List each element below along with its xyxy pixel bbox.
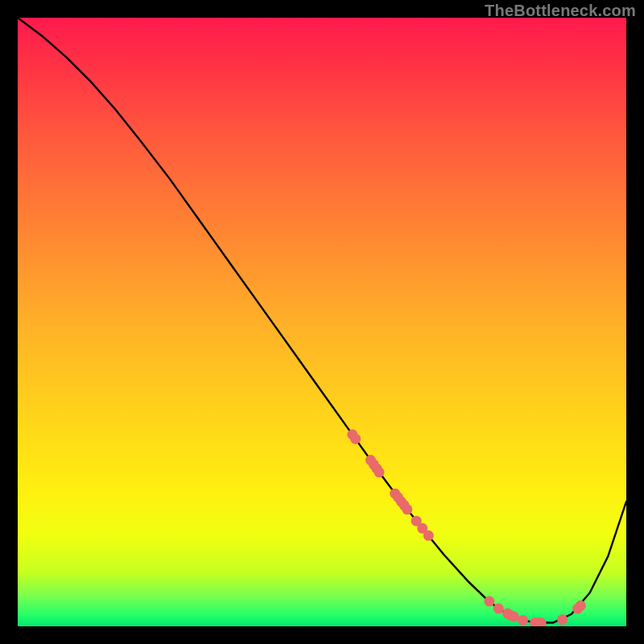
chart-background-gradient	[18, 18, 626, 626]
watermark-text: TheBottleneck.com	[485, 2, 636, 20]
chart-container: TheBottleneck.com	[0, 0, 644, 644]
